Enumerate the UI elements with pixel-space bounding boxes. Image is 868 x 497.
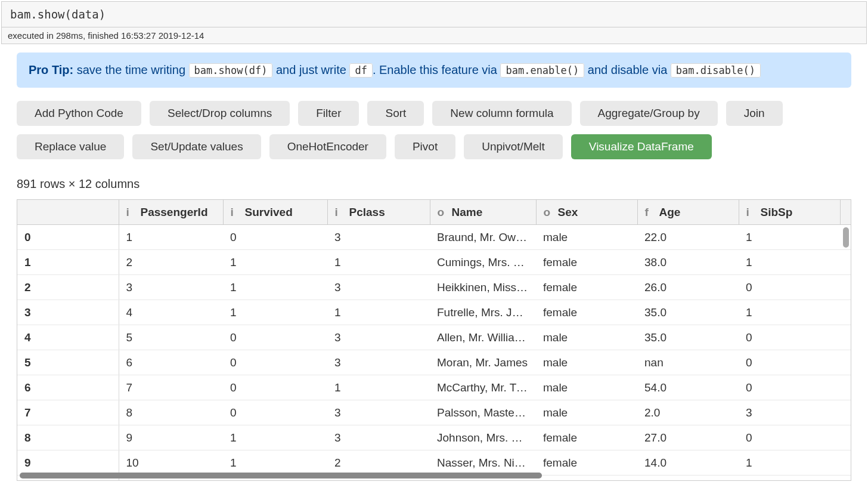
cell-age[interactable]: 2.0 bbox=[637, 400, 739, 425]
cell-name[interactable]: Allen, Mr. William Henry bbox=[430, 325, 536, 350]
cell-index[interactable]: 5 bbox=[17, 350, 119, 375]
cell-sibsp[interactable]: 1 bbox=[739, 225, 840, 250]
unpivot-melt-button[interactable]: Unpivot/Melt bbox=[464, 134, 563, 159]
cell-passengerid[interactable]: 1 bbox=[119, 225, 223, 250]
cell-index[interactable]: 0 bbox=[17, 225, 119, 250]
cell-sibsp[interactable]: 0 bbox=[739, 350, 840, 375]
vertical-scrollbar[interactable] bbox=[843, 227, 849, 248]
cell-name[interactable]: Braund, Mr. Owen Harris bbox=[430, 225, 536, 250]
code-cell[interactable]: bam.show(data) bbox=[1, 1, 867, 27]
cell-age[interactable]: 35.0 bbox=[637, 300, 739, 325]
table-row[interactable]: 2313Heikkinen, Miss. Lainafemale26.000 bbox=[17, 275, 851, 300]
column-header-next[interactable]: i bbox=[840, 200, 851, 225]
cell-parch[interactable]: 0 bbox=[840, 450, 851, 476]
cell-sex[interactable]: female bbox=[536, 300, 637, 325]
cell-pclass[interactable]: 1 bbox=[327, 300, 430, 325]
sort-button[interactable]: Sort bbox=[367, 101, 424, 126]
cell-survived[interactable]: 1 bbox=[223, 275, 327, 300]
table-row[interactable]: 4503Allen, Mr. William Henrymale35.000 bbox=[17, 325, 851, 350]
cell-sibsp[interactable]: 0 bbox=[739, 375, 840, 400]
cell-passengerid[interactable]: 10 bbox=[119, 450, 223, 476]
cell-name[interactable]: Nasser, Mrs. Nicholas bbox=[430, 450, 536, 476]
cell-survived[interactable]: 1 bbox=[223, 450, 327, 476]
cell-survived[interactable]: 1 bbox=[223, 250, 327, 275]
cell-sibsp[interactable]: 0 bbox=[739, 425, 840, 450]
cell-sex[interactable]: male bbox=[536, 325, 637, 350]
column-header-sex[interactable]: oSex bbox=[536, 200, 637, 225]
table-row[interactable]: 5603Moran, Mr. Jamesmalenan00 bbox=[17, 350, 851, 375]
cell-survived[interactable]: 1 bbox=[223, 300, 327, 325]
pivot-button[interactable]: Pivot bbox=[395, 134, 455, 159]
cell-name[interactable]: Heikkinen, Miss. Laina bbox=[430, 275, 536, 300]
cell-name[interactable]: Palsson, Master. Gosta Leonard bbox=[430, 400, 536, 425]
table-row[interactable]: 6701McCarthy, Mr. Timothy Jmale54.000 bbox=[17, 375, 851, 400]
cell-parch[interactable]: 0 bbox=[840, 275, 851, 300]
cell-name[interactable]: McCarthy, Mr. Timothy J bbox=[430, 375, 536, 400]
horizontal-scrollbar[interactable] bbox=[20, 473, 848, 479]
cell-parch[interactable]: 0 bbox=[840, 300, 851, 325]
cell-passengerid[interactable]: 9 bbox=[119, 425, 223, 450]
cell-age[interactable]: 27.0 bbox=[637, 425, 739, 450]
cell-name[interactable]: Johnson, Mrs. Oscar W bbox=[430, 425, 536, 450]
new-column-formula-button[interactable]: New column formula bbox=[432, 101, 571, 126]
cell-index[interactable]: 7 bbox=[17, 400, 119, 425]
set-update-values-button[interactable]: Set/Update values bbox=[132, 134, 261, 159]
cell-index[interactable]: 6 bbox=[17, 375, 119, 400]
cell-age[interactable]: 35.0 bbox=[637, 325, 739, 350]
cell-passengerid[interactable]: 6 bbox=[119, 350, 223, 375]
cell-parch[interactable]: 0 bbox=[840, 325, 851, 350]
cell-index[interactable]: 3 bbox=[17, 300, 119, 325]
onehotencoder-button[interactable]: OneHotEncoder bbox=[269, 134, 386, 159]
column-header-passengerid[interactable]: iPassengerId bbox=[119, 200, 223, 225]
cell-survived[interactable]: 0 bbox=[223, 325, 327, 350]
cell-sibsp[interactable]: 0 bbox=[739, 325, 840, 350]
table-row[interactable]: 1211Cumings, Mrs. John Bradleyfemale38.0… bbox=[17, 250, 851, 275]
cell-passengerid[interactable]: 4 bbox=[119, 300, 223, 325]
cell-pclass[interactable]: 3 bbox=[327, 425, 430, 450]
column-header-index[interactable] bbox=[17, 200, 119, 225]
cell-age[interactable]: 38.0 bbox=[637, 250, 739, 275]
cell-sex[interactable]: female bbox=[536, 425, 637, 450]
cell-sex[interactable]: male bbox=[536, 350, 637, 375]
cell-sex[interactable]: female bbox=[536, 275, 637, 300]
cell-index[interactable]: 9 bbox=[17, 450, 119, 476]
cell-pclass[interactable]: 3 bbox=[327, 325, 430, 350]
table-row[interactable]: 7803Palsson, Master. Gosta Leonardmale2.… bbox=[17, 400, 851, 425]
cell-passengerid[interactable]: 7 bbox=[119, 375, 223, 400]
add-python-code-button[interactable]: Add Python Code bbox=[17, 101, 141, 126]
cell-sex[interactable]: male bbox=[536, 225, 637, 250]
cell-sex[interactable]: female bbox=[536, 250, 637, 275]
cell-index[interactable]: 8 bbox=[17, 425, 119, 450]
select-drop-columns-button[interactable]: Select/Drop columns bbox=[150, 101, 290, 126]
table-row[interactable]: 8913Johnson, Mrs. Oscar Wfemale27.002 bbox=[17, 425, 851, 450]
replace-value-button[interactable]: Replace value bbox=[17, 134, 124, 159]
column-header-pclass[interactable]: iPclass bbox=[327, 200, 430, 225]
cell-parch[interactable]: 0 bbox=[840, 375, 851, 400]
cell-passengerid[interactable]: 8 bbox=[119, 400, 223, 425]
cell-name[interactable]: Moran, Mr. James bbox=[430, 350, 536, 375]
cell-sibsp[interactable]: 3 bbox=[739, 400, 840, 425]
cell-name[interactable]: Futrelle, Mrs. Jacques Heath bbox=[430, 300, 536, 325]
cell-sex[interactable]: female bbox=[536, 450, 637, 476]
cell-sex[interactable]: male bbox=[536, 400, 637, 425]
cell-age[interactable]: 26.0 bbox=[637, 275, 739, 300]
cell-age[interactable]: nan bbox=[637, 350, 739, 375]
cell-survived[interactable]: 1 bbox=[223, 425, 327, 450]
cell-pclass[interactable]: 3 bbox=[327, 400, 430, 425]
cell-age[interactable]: 22.0 bbox=[637, 225, 739, 250]
filter-button[interactable]: Filter bbox=[298, 101, 359, 126]
cell-passengerid[interactable]: 2 bbox=[119, 250, 223, 275]
cell-parch[interactable]: 0 bbox=[840, 250, 851, 275]
cell-sibsp[interactable]: 1 bbox=[739, 450, 840, 476]
aggregate-group-by-button[interactable]: Aggregate/Group by bbox=[580, 101, 718, 126]
cell-pclass[interactable]: 2 bbox=[327, 450, 430, 476]
cell-sex[interactable]: male bbox=[536, 375, 637, 400]
cell-sibsp[interactable]: 1 bbox=[739, 300, 840, 325]
dataframe-table-container[interactable]: iPassengerId iSurvived iPclass oName oSe… bbox=[17, 199, 851, 481]
cell-pclass[interactable]: 1 bbox=[327, 375, 430, 400]
cell-age[interactable]: 14.0 bbox=[637, 450, 739, 476]
cell-passengerid[interactable]: 3 bbox=[119, 275, 223, 300]
cell-survived[interactable]: 0 bbox=[223, 400, 327, 425]
cell-index[interactable]: 1 bbox=[17, 250, 119, 275]
cell-pclass[interactable]: 1 bbox=[327, 250, 430, 275]
